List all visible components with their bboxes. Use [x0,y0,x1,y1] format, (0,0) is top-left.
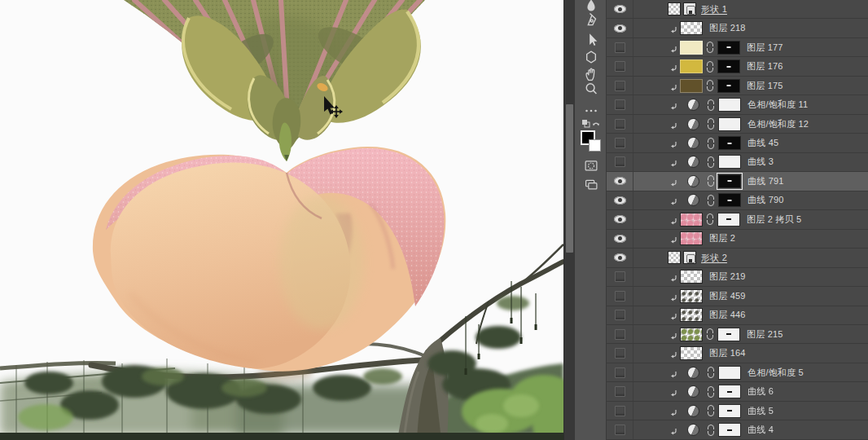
layer-row[interactable]: 曲线 3 [607,153,868,172]
layer-visibility-toggle[interactable] [607,191,633,209]
layer-visibility-toggle[interactable] [607,210,633,228]
layer-name[interactable]: 形状 1 [701,3,727,15]
layer-name[interactable]: 曲线 4 [747,424,774,436]
layer-visibility-toggle[interactable] [607,115,633,133]
layer-row[interactable]: 曲线 791 [607,172,868,191]
layer-row[interactable]: 曲线 5 [607,402,868,420]
layer-visibility-toggle[interactable] [607,268,633,286]
layer-name[interactable]: 图层 175 [747,80,783,92]
adjustment-layer-icon[interactable] [687,99,699,111]
layer-mask-thumbnail[interactable] [718,366,741,380]
layer-mask-thumbnail[interactable] [717,328,740,341]
layer-name[interactable]: 曲线 3 [747,156,774,168]
layer-mask-thumbnail[interactable] [718,404,741,418]
layer-name[interactable]: 图层 215 [747,328,783,341]
layer-name[interactable]: 曲线 791 [747,175,784,187]
layer-row[interactable]: 曲线 6 [607,382,868,401]
layer-visibility-toggle[interactable] [607,402,633,420]
layer-row[interactable]: 曲线 790 [607,191,868,210]
layer-row[interactable]: 图层 176 [607,57,868,76]
layer-thumbnail[interactable] [680,289,703,303]
layer-mask-thumbnail[interactable] [718,155,741,169]
layer-thumbnail[interactable] [680,328,703,341]
adjustment-layer-icon[interactable] [687,405,699,417]
canvas-scrollbar[interactable] [563,0,575,440]
layer-thumbnail[interactable] [668,2,681,15]
layer-name[interactable]: 图层 176 [747,60,783,73]
layer-visibility-toggle[interactable] [607,344,633,362]
layer-visibility-toggle[interactable] [607,172,633,190]
layer-thumbnail[interactable] [680,59,703,73]
layer-thumbnail[interactable] [668,251,681,264]
layer-name[interactable]: 形状 2 [701,252,727,264]
layer-name[interactable]: 图层 2 [709,232,735,244]
layer-row[interactable]: 曲线 4 [607,420,868,439]
layer-name[interactable]: 曲线 6 [747,385,774,398]
layer-visibility-toggle[interactable] [607,325,633,343]
zoom-tool-icon[interactable] [581,79,601,99]
layer-row[interactable]: 图层 219 [607,268,868,287]
layer-visibility-toggle[interactable] [607,95,633,113]
layer-name[interactable]: 图层 219 [709,271,746,283]
layer-row[interactable]: 图层 164 [607,344,868,363]
layer-mask-thumbnail[interactable] [718,136,741,150]
layer-mask-thumbnail[interactable] [718,385,741,398]
layer-name[interactable]: 图层 459 [709,290,746,302]
adjustment-layer-icon[interactable] [687,175,699,187]
layer-thumbnail[interactable] [680,231,703,245]
layer-visibility-toggle[interactable] [607,19,633,37]
adjustment-layer-icon[interactable] [687,137,699,149]
background-color-swatch[interactable] [589,139,601,152]
layer-visibility-toggle[interactable] [607,363,633,381]
vector-mask-thumbnail[interactable] [683,2,696,15]
vector-mask-thumbnail[interactable] [683,251,696,264]
adjustment-layer-icon[interactable] [687,367,699,379]
layer-mask-thumbnail[interactable] [717,41,740,55]
layer-visibility-toggle[interactable] [607,230,633,248]
scrollbar-thumb[interactable] [566,104,573,253]
layer-name[interactable]: 图层 177 [747,42,783,54]
layer-visibility-toggle[interactable] [607,153,633,171]
layer-name[interactable]: 曲线 790 [747,194,784,206]
layer-thumbnail[interactable] [680,308,703,322]
layer-name[interactable]: 图层 218 [709,22,746,34]
layer-thumbnail[interactable] [680,79,703,93]
layer-visibility-toggle[interactable] [607,77,633,95]
adjustment-layer-icon[interactable] [687,194,699,206]
layer-row[interactable]: 图层 2 [607,230,868,249]
quick-mask-icon[interactable] [581,156,601,175]
layer-row[interactable]: 色相/饱和度 12 [607,115,868,134]
layer-thumbnail[interactable] [680,213,703,227]
layer-mask-thumbnail[interactable] [718,98,741,112]
layer-mask-thumbnail[interactable] [718,193,741,207]
layer-row[interactable]: 色相/饱和度 11 [607,95,868,114]
layer-row[interactable]: 形状 2 [607,249,868,267]
adjustment-layer-icon[interactable] [687,118,699,130]
adjustment-layer-icon[interactable] [687,156,699,168]
adjustment-layer-icon[interactable] [687,385,699,398]
layer-mask-thumbnail[interactable] [718,174,741,188]
layer-row[interactable]: 形状 1 [607,0,868,19]
layer-row[interactable]: 曲线 45 [607,134,868,152]
pen-tool-icon[interactable] [581,11,601,31]
layer-name[interactable]: 图层 2 拷贝 5 [747,213,801,226]
layer-name[interactable]: 图层 164 [709,347,746,359]
layer-mask-thumbnail[interactable] [718,117,741,131]
layer-name[interactable]: 图层 446 [709,309,746,321]
layer-visibility-toggle[interactable] [607,249,633,266]
layer-row[interactable]: 图层 2 拷贝 5 [607,210,868,229]
layer-row[interactable]: 图层 446 [607,306,868,325]
default-colors-icon[interactable] [581,118,601,131]
layer-visibility-toggle[interactable] [607,134,633,152]
layer-name[interactable]: 曲线 45 [747,137,778,149]
layer-row[interactable]: 色相/饱和度 5 [607,363,868,382]
layer-thumbnail[interactable] [680,346,703,360]
layer-thumbnail[interactable] [680,21,703,35]
layer-visibility-toggle[interactable] [607,57,633,75]
adjustment-layer-icon[interactable] [687,424,699,436]
layer-visibility-toggle[interactable] [607,420,633,438]
layer-mask-thumbnail[interactable] [717,79,740,93]
layer-mask-thumbnail[interactable] [718,423,741,437]
layer-name[interactable]: 色相/饱和度 11 [747,99,808,111]
layer-visibility-toggle[interactable] [607,0,633,18]
